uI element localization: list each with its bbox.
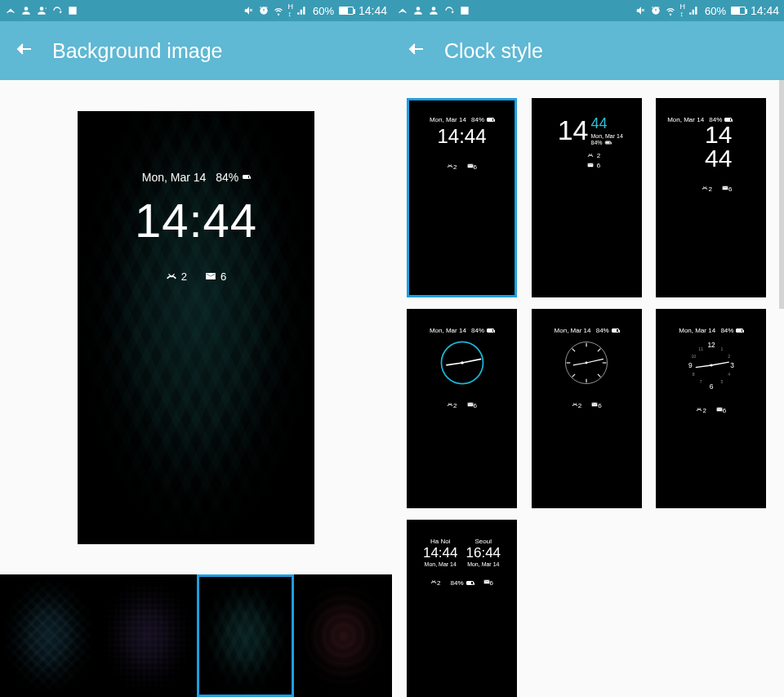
svg-text:1: 1 [720,346,723,351]
svg-text:6: 6 [710,382,714,391]
mute-icon [635,5,647,16]
svg-text:10: 10 [691,354,696,359]
status-right-icons: H↕ 60% 14:44 [243,3,387,18]
battery-icon [731,7,746,15]
svg-point-30 [710,364,712,366]
svg-text:11: 11 [698,346,703,351]
clock-style-world[interactable]: Ha Noi 14:44 Mon, Mar 14 Seoul 16:44 Mon… [407,520,517,697]
clock-style-analog-numbers[interactable]: Mon, Mar 14 84% 123 69 12 45 78 101 [656,309,766,508]
svg-point-15 [586,362,588,364]
missed-call-icon [166,270,177,282]
sync-icon [51,5,63,16]
header: Background image [0,21,392,80]
svg-text:2: 2 [728,354,730,359]
analog-clock-icon [439,339,486,386]
background-thumbnails [0,574,392,697]
unread-mail: 6 [205,270,226,283]
svg-line-12 [572,374,575,377]
wifi-icon [273,5,284,16]
wifi-icon [665,5,676,16]
status-time: 14:44 [751,4,779,17]
battery-percent: 60% [313,5,334,17]
image-icon [67,5,78,16]
clock-style-digital-center[interactable]: Mon, Mar 14 84% 14:44 2 6 [407,98,517,297]
clock-style-analog-ticks[interactable]: Mon, Mar 14 84% [532,309,642,508]
status-left-icons [397,5,470,16]
svg-line-11 [598,349,600,351]
alarm-icon [258,5,270,16]
scrollbar[interactable] [779,80,784,309]
signal-icon [296,5,308,16]
hotspot-icon [397,5,408,16]
thumbnail-wave-teal[interactable] [0,574,97,697]
svg-line-2 [462,359,481,363]
status-left-icons [5,5,78,16]
clock-style-analog-cyan[interactable]: Mon, Mar 14 84% 2 6 [407,309,517,508]
page-title: Background image [52,39,222,63]
sync-icon [443,5,455,16]
svg-text:12: 12 [707,341,715,349]
person-icon [20,5,32,16]
preview-date: Mon, Mar 14 [142,171,207,184]
background-preview: Mon, Mar 14 84% 14:44 2 6 [78,111,314,544]
svg-text:9: 9 [688,361,693,369]
svg-line-14 [586,359,604,363]
back-button[interactable] [407,39,426,62]
preview-area: Mon, Mar 14 84% 14:44 2 6 [0,80,392,574]
network-type: H↕ [679,3,685,18]
svg-text:7: 7 [700,379,702,384]
status-bar: H↕ 60% 14:44 [0,0,392,21]
mail-icon [205,270,216,282]
status-bar: H↕ 60% 14:44 [392,0,784,21]
screen-background-image: H↕ 60% 14:44 Background image Mon, Mar 1… [0,0,392,697]
status-right-icons: H↕ 60% 14:44 [635,3,779,18]
preview-date-line: Mon, Mar 14 84% [142,171,251,184]
missed-calls: 2 [166,270,187,283]
card-time: 14:44 [407,125,517,148]
preview-battery: 84% [216,171,238,184]
svg-text:3: 3 [730,361,734,369]
thumbnail-leaf-teal[interactable] [197,574,294,697]
svg-line-9 [572,349,575,351]
status-time: 14:44 [359,4,387,17]
svg-point-3 [461,361,463,364]
header: Clock style [392,21,784,80]
person-add-icon [428,5,439,16]
hotspot-icon [5,5,16,16]
battery-icon [339,7,354,15]
svg-line-10 [598,374,600,377]
alarm-icon [650,5,662,16]
battery-small-icon [243,175,250,179]
preview-time: 14:44 [78,193,314,248]
clock-style-digital-split[interactable]: 14 44 Mon, Mar 1484% 2 6 [532,98,642,297]
mute-icon [243,5,255,16]
person-icon [412,5,424,16]
clock-style-grid: Mon, Mar 14 84% 14:44 2 6 14 44 Mon, Mar [392,80,784,697]
page-title: Clock style [444,39,543,63]
battery-percent: 60% [705,5,726,17]
svg-text:5: 5 [720,379,723,384]
person-add-icon [36,5,47,16]
thumbnail-lace-maroon[interactable] [295,574,392,697]
svg-line-13 [573,363,586,365]
back-button[interactable] [15,39,34,62]
image-icon [459,5,470,16]
svg-line-1 [446,363,462,365]
thumbnail-mesh-purple[interactable] [98,574,195,697]
svg-text:8: 8 [693,372,695,377]
preview-notifications: 2 6 [78,270,314,283]
svg-text:4: 4 [728,372,730,377]
signal-icon [688,5,700,16]
svg-line-28 [696,365,711,368]
analog-clock-icon [563,339,610,386]
analog-clock-icon: 123 69 12 45 78 1011 [685,339,737,391]
svg-line-29 [711,362,729,365]
screen-clock-style: H↕ 60% 14:44 Clock style Mon, Mar 14 84%… [392,0,784,697]
network-type: H↕ [287,3,293,18]
clock-style-digital-stacked[interactable]: Mon, Mar 14 84% 14 44 2 6 [656,98,766,297]
